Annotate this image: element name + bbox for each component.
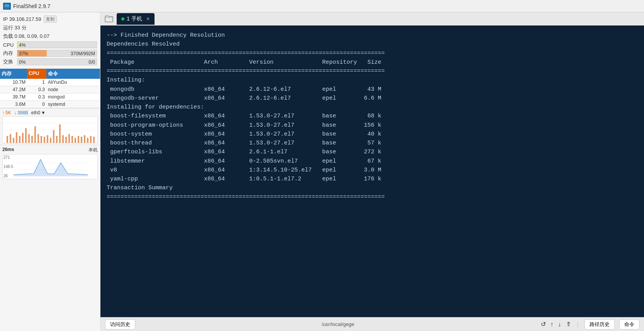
terminal-line: ========================================… [107, 193, 638, 202]
svg-rect-16 [37, 134, 39, 143]
svg-rect-22 [56, 136, 58, 143]
terminal-line: yaml-cpp x86_64 1:0.5.1-1.el7.2 epel 176… [107, 175, 638, 183]
terminal-area: 1 手机 ✕ --> Finished Dependency Resolutio… [100, 12, 644, 331]
mem-detail: 370M/992M [71, 50, 95, 57]
mem-bar: 37% 370M/992M [17, 50, 97, 57]
cpu-label: CPU [3, 42, 15, 48]
terminal-line: boost-program-options x86_64 1.53.0-27.e… [107, 121, 638, 130]
swap-detail: 0/0 [88, 59, 95, 66]
app-title: FinalShell 2.9.7 [13, 3, 51, 9]
upload-icon[interactable]: ↑ [551, 321, 554, 328]
swap-label: 交换 [3, 58, 15, 65]
sync-icon[interactable]: ⇑ [566, 321, 571, 328]
terminal-line: v8 x86_64 1:3.14.5.10-25.el7 epel 3.0 M [107, 166, 638, 175]
svg-rect-12 [25, 128, 27, 143]
history-button[interactable]: 访问历史 [105, 319, 135, 329]
swap-percent: 0% [19, 59, 25, 66]
copy-button[interactable]: 复制 [44, 15, 57, 23]
svg-rect-21 [53, 130, 54, 143]
svg-rect-31 [84, 135, 85, 143]
tab-bar: 1 手机 ✕ [100, 12, 644, 26]
proc-row: 3.6M 0 systemd [0, 101, 100, 108]
latency-stats: 26ms 本机 [2, 147, 98, 153]
svg-marker-37 [14, 160, 88, 177]
terminal-line: Installing for dependencies: [107, 103, 638, 112]
bottom-bar: 访问历史 /usr/local/gege ↺ ↑ ↓ ⇑ | 路径历史 命令 [100, 317, 644, 331]
mem-label: 内存 [3, 50, 15, 57]
svg-rect-18 [44, 137, 45, 143]
terminal-content[interactable]: --> Finished Dependency ResolutionDepend… [100, 26, 644, 317]
tab-close-button[interactable]: ✕ [146, 16, 150, 22]
down-arrow-icon: ↓ [14, 110, 17, 115]
mem-percent: 37% [19, 50, 28, 57]
terminal-line: gperftools-libs x86_64 2.6.1-1.el7 base … [107, 148, 638, 156]
terminal-line: Dependencies Resolved [107, 40, 638, 49]
svg-rect-28 [75, 138, 76, 143]
svg-rect-23 [59, 124, 61, 143]
path-history-button[interactable]: 路径历史 [585, 319, 615, 329]
svg-rect-24 [62, 135, 64, 143]
svg-rect-8 [13, 138, 14, 143]
proc-cpu: 0.3 [27, 86, 46, 93]
latency-labels: 271 148.5 26 [3, 154, 13, 179]
terminal-line: Transaction Summary [107, 183, 638, 192]
interface-name: eth0 [31, 110, 40, 115]
network-section: ↑ 5K ↓ 398B eth0 ▼ [0, 108, 100, 145]
svg-rect-29 [78, 136, 79, 143]
proc-mem: 47.2M [0, 86, 27, 93]
dropdown-icon[interactable]: ▼ [41, 110, 46, 115]
load-label: 负载 0.08, 0.09, 0.07 [3, 33, 49, 40]
refresh-icon[interactable]: ↺ [541, 321, 546, 328]
svg-rect-32 [87, 138, 88, 143]
svg-rect-33 [90, 136, 92, 143]
proc-cpu: 1 [27, 79, 46, 86]
mem-metric: 内存 37% 370M/992M [3, 49, 97, 58]
proc-table-header: 内存 CPU 命令 [0, 69, 100, 79]
terminal-tab-1[interactable]: 1 手机 ✕ [117, 13, 155, 25]
lat-label-mid: 148.5 [3, 165, 13, 169]
cpu-bar: 4% [17, 41, 97, 48]
svg-rect-19 [47, 135, 48, 143]
cpu-metric: CPU 4% [3, 41, 97, 49]
svg-rect-34 [93, 137, 95, 143]
terminal-line: libstemmer x86_64 0-2.585svn.el7 epel 67… [107, 157, 638, 166]
terminal-line: ========================================… [107, 67, 638, 76]
terminal-line: ========================================… [107, 49, 638, 58]
cpu-percent: 4% [19, 42, 25, 49]
tab-label: 1 手机 [127, 15, 142, 22]
network-chart [2, 116, 98, 143]
svg-rect-13 [28, 134, 30, 143]
svg-rect-7 [10, 134, 11, 143]
terminal-line: boost-filesystem x86_64 1.53.0-27.el7 ba… [107, 112, 638, 121]
svg-rect-6 [7, 136, 8, 143]
col-mem-header: 内存 [0, 69, 27, 79]
proc-cpu: 0.3 [27, 93, 46, 100]
ip-label: IP 39.106.217.59 [3, 16, 41, 22]
latency-svg [14, 154, 97, 179]
current-path: /usr/local/gege [143, 321, 533, 327]
folder-icon-btn[interactable] [102, 13, 116, 25]
svg-rect-11 [22, 133, 24, 143]
svg-rect-10 [19, 136, 20, 143]
svg-rect-30 [81, 137, 82, 143]
latency-label: 本机 [88, 147, 98, 153]
svg-rect-25 [65, 137, 67, 143]
proc-cmd: AliYunDu [46, 79, 100, 86]
cmd-button[interactable]: 命令 [619, 319, 639, 329]
proc-mem: 3.6M [0, 101, 27, 108]
download-icon[interactable]: ↓ [558, 321, 561, 328]
bottom-right-controls: ↺ ↑ ↓ ⇑ | 路径历史 命令 [541, 319, 639, 329]
svg-rect-26 [68, 134, 70, 143]
title-bar: FinalShell 2.9.7 [0, 0, 644, 12]
proc-cpu: 0 [27, 101, 46, 108]
svg-rect-15 [34, 126, 36, 143]
process-table: 内存 CPU 命令 10.7M 1 AliYunDu 47.2M 0.3 nod… [0, 69, 100, 108]
svg-rect-20 [50, 138, 51, 143]
separator: | [577, 321, 578, 327]
svg-rect-2 [5, 7, 9, 8]
lat-label-low: 26 [3, 174, 13, 178]
proc-mem: 10.7M [0, 79, 27, 86]
proc-rows: 10.7M 1 AliYunDu 47.2M 0.3 node 39.7M 0.… [0, 79, 100, 108]
uptime-label: 运行 33 分 [3, 24, 27, 31]
terminal-line: boost-thread x86_64 1.53.0-27.el7 base 5… [107, 139, 638, 148]
